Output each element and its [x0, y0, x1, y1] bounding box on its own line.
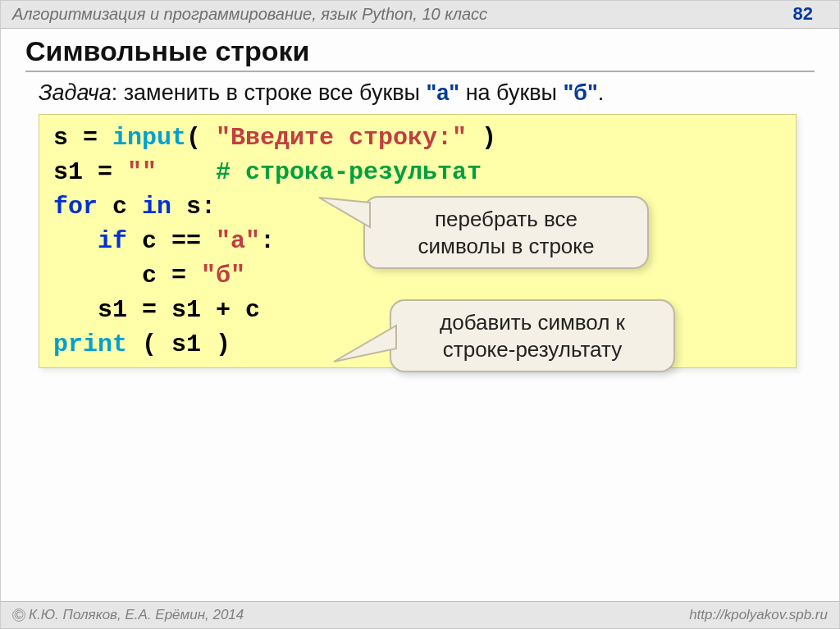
slide: Алгоритмизация и программирование, язык …	[0, 0, 840, 629]
code-t	[53, 227, 98, 255]
svg-marker-0	[319, 198, 370, 227]
callout-iterate: перебрать все символы в строке	[363, 196, 649, 269]
callout-line: строке-результату	[443, 337, 622, 362]
code-t: )	[467, 124, 496, 152]
callout-line: символы в строке	[418, 234, 595, 258]
code-block: s = input( "Введите строку:" ) s1 = "" #…	[39, 114, 806, 368]
header-bar: Алгоритмизация и программирование, язык …	[1, 1, 839, 29]
footer-url: http://kpolyakov.spb.ru	[689, 607, 828, 623]
code-kw-in: in	[142, 193, 171, 221]
code-t: (	[186, 124, 216, 152]
footer-bar: © К.Ю. Поляков, Е.А. Ерёмин, 2014 http:/…	[1, 601, 839, 628]
task-end: .	[598, 80, 605, 105]
code-t: s:	[171, 193, 216, 221]
code-str: "Введите строку:"	[216, 124, 467, 152]
code-t: ( s1 )	[127, 330, 231, 358]
task-part1: : заменить в строке все буквы	[112, 80, 427, 105]
callout-tail-icon	[327, 326, 396, 367]
code-fn-input: input	[112, 124, 186, 152]
code-t: c =	[53, 262, 201, 289]
copyright-icon: ©	[12, 608, 25, 622]
code-kw-if: if	[98, 227, 127, 255]
callout-line: добавить символ к	[440, 310, 625, 335]
svg-marker-1	[334, 326, 396, 362]
code-str: ""	[127, 158, 157, 186]
code-comment: # строка-результат	[216, 158, 482, 186]
page-number: 82	[793, 3, 828, 25]
page-title: Символьные строки	[1, 29, 839, 71]
code-t: s1 = s1 + c	[53, 296, 260, 324]
code-t: c ==	[127, 227, 216, 255]
callout-tail-icon	[313, 194, 370, 235]
code-t	[157, 158, 216, 186]
code-t: s =	[53, 124, 112, 152]
task-letter-a: "а"	[427, 80, 460, 105]
code-fn-print: print	[53, 330, 127, 358]
task-letter-b: "б"	[564, 80, 598, 105]
code-t: :	[260, 227, 275, 255]
code-t: c	[98, 193, 142, 221]
code-str: "а"	[216, 227, 260, 255]
callout-line: перебрать все	[435, 207, 578, 231]
title-underline	[25, 71, 815, 72]
code-t: s1 =	[53, 158, 127, 186]
footer-copyright: © К.Ю. Поляков, Е.А. Ерёмин, 2014	[12, 607, 244, 623]
task-label: Задача	[39, 80, 112, 105]
task-part2: на буквы	[459, 80, 563, 105]
breadcrumb: Алгоритмизация и программирование, язык …	[12, 5, 487, 24]
footer-authors: К.Ю. Поляков, Е.А. Ерёмин, 2014	[29, 607, 244, 623]
task-text: Задача: заменить в строке все буквы "а" …	[1, 80, 839, 114]
code-kw-for: for	[53, 193, 98, 221]
callout-append: добавить символ к строке-результату	[390, 299, 675, 372]
code-str: "б"	[201, 262, 245, 289]
